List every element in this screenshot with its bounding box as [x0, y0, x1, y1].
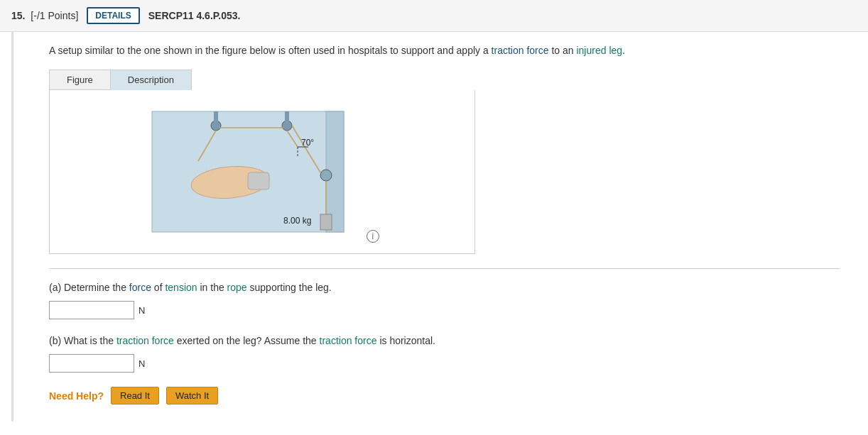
svg-text:8.00 kg: 8.00 kg: [283, 216, 311, 226]
question-body: A setup similar to the one shown in the …: [11, 32, 868, 422]
figure-area: 70° 8.00 kg i: [49, 90, 475, 254]
need-help-row: Need Help? Read It Watch It: [49, 387, 840, 404]
traction-figure: 70° 8.00 kg: [145, 104, 358, 239]
tab-description[interactable]: Description: [110, 70, 192, 90]
part-b-question: (b) What is the traction force exerted o…: [49, 334, 840, 348]
read-it-button[interactable]: Read It: [111, 387, 159, 404]
page-container: 15. [-/1 Points] DETAILS SERCP11 4.6.P.0…: [0, 0, 868, 435]
watch-it-button[interactable]: Watch It: [166, 387, 218, 404]
info-icon[interactable]: i: [367, 230, 379, 243]
svg-point-6: [320, 170, 332, 181]
intro-text: A setup similar to the one shown in the …: [49, 43, 840, 58]
need-help-label: Need Help?: [49, 390, 104, 402]
divider-line: [49, 268, 840, 269]
figure-svg-container: 70° 8.00 kg i: [57, 97, 467, 246]
part-a-input[interactable]: [49, 301, 134, 319]
part-a-question: (a) Determine the force of tension in th…: [49, 280, 840, 295]
svg-text:70°: 70°: [301, 138, 314, 148]
svg-rect-3: [214, 111, 218, 124]
svg-rect-14: [248, 172, 269, 189]
part-a-answer-row: N: [49, 301, 840, 319]
part-b-input[interactable]: [49, 354, 134, 373]
part-b-answer-row: N: [49, 354, 840, 373]
tab-figure[interactable]: Figure: [49, 70, 110, 90]
part-b-unit: N: [139, 358, 145, 369]
svg-rect-5: [285, 111, 289, 124]
question-header: 15. [-/1 Points] DETAILS SERCP11 4.6.P.0…: [0, 0, 868, 32]
question-code: SERCP11 4.6.P.053.: [148, 10, 241, 21]
svg-rect-12: [320, 214, 332, 230]
tabs-container: Figure Description: [49, 70, 840, 90]
details-button[interactable]: DETAILS: [87, 7, 139, 24]
question-number: 15. [-/1 Points]: [11, 10, 78, 21]
part-a-unit: N: [139, 305, 145, 316]
